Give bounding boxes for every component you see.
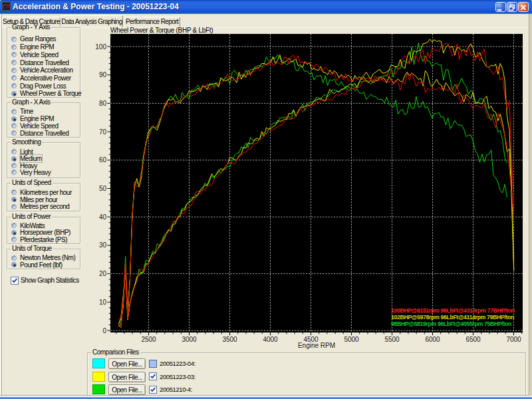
svg-text:50: 50 [99, 185, 107, 192]
svg-text:5500: 5500 [384, 336, 400, 343]
svg-text:4000: 4000 [263, 336, 278, 343]
svg-text:80: 80 [99, 100, 107, 107]
svg-text:102BHP@5978rpm 96LbFt@4114rpm: 102BHP@5978rpm 96LbFt@4114rpm 79BHP/ton [391, 314, 514, 321]
svg-text:100BHP@6151rpm 96LbFt@4313rpm: 100BHP@6151rpm 96LbFt@4313rpm 77BHP/ton [391, 307, 514, 314]
svg-text:40: 40 [99, 213, 107, 221]
svg-text:98BHP@5819rpm 96LbFt@4055rpm 7: 98BHP@5819rpm 96LbFt@4055rpm 75BHP/ton [391, 321, 511, 327]
svg-text:Engine RPM: Engine RPM [298, 342, 335, 349]
svg-text:100: 100 [95, 43, 106, 51]
svg-text:7000: 7000 [506, 336, 521, 343]
svg-text:3500: 3500 [222, 336, 237, 343]
svg-text:0: 0 [102, 327, 106, 334]
svg-text:6000: 6000 [425, 336, 440, 343]
svg-text:70: 70 [99, 128, 107, 136]
svg-text:90: 90 [99, 71, 107, 78]
svg-text:30: 30 [99, 241, 107, 249]
svg-text:5000: 5000 [344, 336, 359, 343]
svg-text:20: 20 [99, 270, 107, 277]
svg-text:60: 60 [99, 156, 107, 164]
svg-text:2500: 2500 [141, 336, 156, 343]
svg-text:Wheel Power & Torque (BHP & Lb: Wheel Power & Torque (BHP & LbFt) [110, 27, 213, 34]
svg-text:3000: 3000 [182, 336, 197, 343]
svg-text:6500: 6500 [466, 336, 481, 343]
svg-text:10: 10 [99, 299, 107, 306]
